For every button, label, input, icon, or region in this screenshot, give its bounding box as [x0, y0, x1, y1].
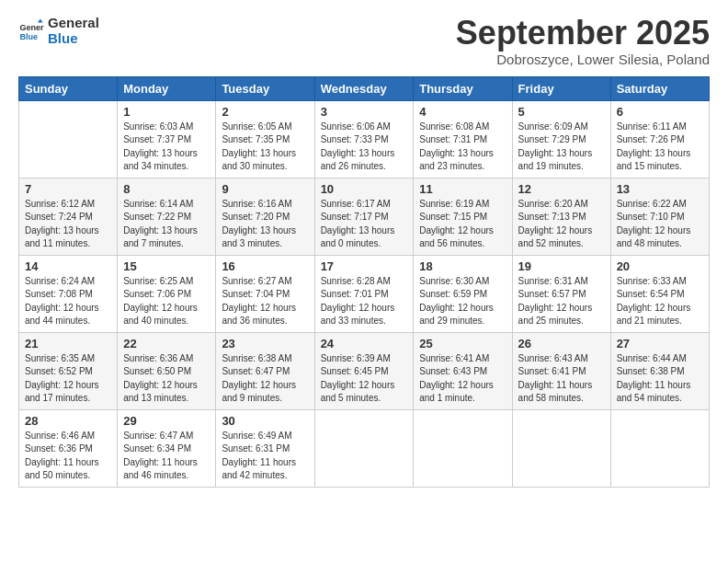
- day-number: 25: [419, 337, 506, 350]
- calendar-cell: 2Sunrise: 6:05 AM Sunset: 7:35 PM Daylig…: [216, 100, 314, 178]
- day-number: 30: [222, 414, 308, 428]
- month-title: September 2025: [456, 15, 710, 52]
- calendar-cell: 17Sunrise: 6:28 AM Sunset: 7:01 PM Dayli…: [314, 255, 414, 332]
- day-info: Sunrise: 6:30 AM Sunset: 6:59 PM Dayligh…: [419, 275, 506, 328]
- day-info: Sunrise: 6:22 AM Sunset: 7:10 PM Dayligh…: [617, 198, 703, 251]
- day-number: 9: [222, 182, 308, 196]
- day-number: 28: [25, 414, 111, 428]
- calendar-cell: 14Sunrise: 6:24 AM Sunset: 7:08 PM Dayli…: [19, 255, 118, 332]
- day-info: Sunrise: 6:09 AM Sunset: 7:29 PM Dayligh…: [518, 121, 605, 174]
- calendar-cell: [314, 409, 414, 487]
- title-area: September 2025 Dobroszyce, Lower Silesia…: [456, 15, 710, 67]
- day-info: Sunrise: 6:24 AM Sunset: 7:08 PM Dayligh…: [25, 275, 111, 328]
- day-info: Sunrise: 6:25 AM Sunset: 7:06 PM Dayligh…: [123, 275, 210, 328]
- day-info: Sunrise: 6:38 AM Sunset: 6:47 PM Dayligh…: [222, 352, 308, 406]
- day-info: Sunrise: 6:43 AM Sunset: 6:41 PM Dayligh…: [518, 352, 605, 406]
- calendar-cell: [512, 409, 610, 487]
- day-info: Sunrise: 6:36 AM Sunset: 6:50 PM Dayligh…: [123, 352, 210, 406]
- day-number: 19: [518, 259, 605, 273]
- day-number: 17: [321, 259, 408, 273]
- day-info: Sunrise: 6:33 AM Sunset: 6:54 PM Dayligh…: [617, 275, 703, 328]
- day-number: 21: [25, 337, 111, 350]
- calendar-cell: 29Sunrise: 6:47 AM Sunset: 6:34 PM Dayli…: [118, 409, 216, 487]
- day-info: Sunrise: 6:49 AM Sunset: 6:31 PM Dayligh…: [222, 430, 308, 483]
- day-info: Sunrise: 6:39 AM Sunset: 6:45 PM Dayligh…: [321, 352, 408, 406]
- calendar-header-row: SundayMondayTuesdayWednesdayThursdayFrid…: [19, 76, 710, 100]
- calendar-cell: 21Sunrise: 6:35 AM Sunset: 6:52 PM Dayli…: [19, 332, 118, 409]
- day-number: 14: [25, 259, 111, 273]
- day-number: 22: [123, 337, 210, 350]
- calendar-cell: [19, 100, 118, 178]
- day-number: 3: [321, 105, 408, 119]
- calendar-week-row: 1Sunrise: 6:03 AM Sunset: 7:37 PM Daylig…: [19, 100, 710, 178]
- calendar-week-row: 7Sunrise: 6:12 AM Sunset: 7:24 PM Daylig…: [19, 178, 710, 255]
- calendar-cell: 3Sunrise: 6:06 AM Sunset: 7:33 PM Daylig…: [314, 100, 414, 178]
- calendar-cell: 5Sunrise: 6:09 AM Sunset: 7:29 PM Daylig…: [512, 100, 610, 178]
- calendar-cell: 28Sunrise: 6:46 AM Sunset: 6:36 PM Dayli…: [19, 409, 118, 487]
- day-number: 7: [25, 182, 111, 196]
- day-info: Sunrise: 6:47 AM Sunset: 6:34 PM Dayligh…: [123, 430, 210, 483]
- day-number: 15: [123, 259, 210, 273]
- location-title: Dobroszyce, Lower Silesia, Poland: [456, 52, 710, 67]
- calendar-cell: 20Sunrise: 6:33 AM Sunset: 6:54 PM Dayli…: [610, 255, 709, 332]
- day-number: 24: [321, 337, 408, 350]
- day-info: Sunrise: 6:35 AM Sunset: 6:52 PM Dayligh…: [25, 352, 111, 406]
- calendar-cell: 27Sunrise: 6:44 AM Sunset: 6:38 PM Dayli…: [610, 332, 709, 409]
- day-info: Sunrise: 6:19 AM Sunset: 7:15 PM Dayligh…: [419, 198, 506, 251]
- day-number: 13: [617, 182, 703, 196]
- day-number: 1: [123, 105, 210, 119]
- calendar-cell: 22Sunrise: 6:36 AM Sunset: 6:50 PM Dayli…: [118, 332, 216, 409]
- day-info: Sunrise: 6:08 AM Sunset: 7:31 PM Dayligh…: [419, 121, 506, 174]
- day-info: Sunrise: 6:05 AM Sunset: 7:35 PM Dayligh…: [222, 121, 308, 174]
- calendar-week-row: 28Sunrise: 6:46 AM Sunset: 6:36 PM Dayli…: [19, 409, 710, 487]
- svg-marker-2: [38, 18, 43, 22]
- calendar-cell: 11Sunrise: 6:19 AM Sunset: 7:15 PM Dayli…: [414, 178, 512, 255]
- logo-icon: General Blue: [18, 17, 44, 43]
- calendar-week-row: 21Sunrise: 6:35 AM Sunset: 6:52 PM Dayli…: [19, 332, 710, 409]
- calendar-cell: 8Sunrise: 6:14 AM Sunset: 7:22 PM Daylig…: [118, 178, 216, 255]
- day-number: 2: [222, 105, 308, 119]
- day-number: 6: [617, 105, 703, 119]
- day-info: Sunrise: 6:41 AM Sunset: 6:43 PM Dayligh…: [419, 352, 506, 406]
- calendar-cell: 24Sunrise: 6:39 AM Sunset: 6:45 PM Dayli…: [314, 332, 414, 409]
- calendar-cell: 23Sunrise: 6:38 AM Sunset: 6:47 PM Dayli…: [216, 332, 314, 409]
- day-number: 26: [518, 337, 605, 350]
- calendar-week-row: 14Sunrise: 6:24 AM Sunset: 7:08 PM Dayli…: [19, 255, 710, 332]
- day-header-sunday: Sunday: [19, 76, 118, 100]
- day-number: 23: [222, 337, 308, 350]
- day-info: Sunrise: 6:03 AM Sunset: 7:37 PM Dayligh…: [123, 121, 210, 174]
- calendar-cell: 30Sunrise: 6:49 AM Sunset: 6:31 PM Dayli…: [216, 409, 314, 487]
- day-number: 16: [222, 259, 308, 273]
- day-info: Sunrise: 6:27 AM Sunset: 7:04 PM Dayligh…: [222, 275, 308, 328]
- calendar-cell: 9Sunrise: 6:16 AM Sunset: 7:20 PM Daylig…: [216, 178, 314, 255]
- day-info: Sunrise: 6:06 AM Sunset: 7:33 PM Dayligh…: [321, 121, 408, 174]
- day-number: 20: [617, 259, 703, 273]
- day-info: Sunrise: 6:31 AM Sunset: 6:57 PM Dayligh…: [518, 275, 605, 328]
- day-header-tuesday: Tuesday: [216, 76, 314, 100]
- day-number: 8: [123, 182, 210, 196]
- calendar-cell: 6Sunrise: 6:11 AM Sunset: 7:26 PM Daylig…: [610, 100, 709, 178]
- calendar-cell: 26Sunrise: 6:43 AM Sunset: 6:41 PM Dayli…: [512, 332, 610, 409]
- day-info: Sunrise: 6:17 AM Sunset: 7:17 PM Dayligh…: [321, 198, 408, 251]
- day-number: 27: [617, 337, 703, 350]
- calendar-table: SundayMondayTuesdayWednesdayThursdayFrid…: [18, 76, 710, 488]
- day-info: Sunrise: 6:20 AM Sunset: 7:13 PM Dayligh…: [518, 198, 605, 251]
- day-number: 18: [419, 259, 506, 273]
- calendar-cell: [610, 409, 709, 487]
- day-info: Sunrise: 6:44 AM Sunset: 6:38 PM Dayligh…: [617, 352, 703, 406]
- svg-text:General: General: [19, 23, 44, 32]
- day-number: 5: [518, 105, 605, 119]
- day-header-monday: Monday: [118, 76, 216, 100]
- day-info: Sunrise: 6:11 AM Sunset: 7:26 PM Dayligh…: [617, 121, 703, 174]
- logo-line1: General: [48, 15, 99, 30]
- calendar-cell: [414, 409, 512, 487]
- day-number: 29: [123, 414, 210, 428]
- day-info: Sunrise: 6:14 AM Sunset: 7:22 PM Dayligh…: [123, 198, 210, 251]
- day-header-thursday: Thursday: [414, 76, 512, 100]
- calendar-cell: 25Sunrise: 6:41 AM Sunset: 6:43 PM Dayli…: [414, 332, 512, 409]
- calendar-cell: 12Sunrise: 6:20 AM Sunset: 7:13 PM Dayli…: [512, 178, 610, 255]
- day-header-friday: Friday: [512, 76, 610, 100]
- day-header-wednesday: Wednesday: [314, 76, 414, 100]
- day-info: Sunrise: 6:16 AM Sunset: 7:20 PM Dayligh…: [222, 198, 308, 251]
- logo-line2: Blue: [48, 30, 99, 46]
